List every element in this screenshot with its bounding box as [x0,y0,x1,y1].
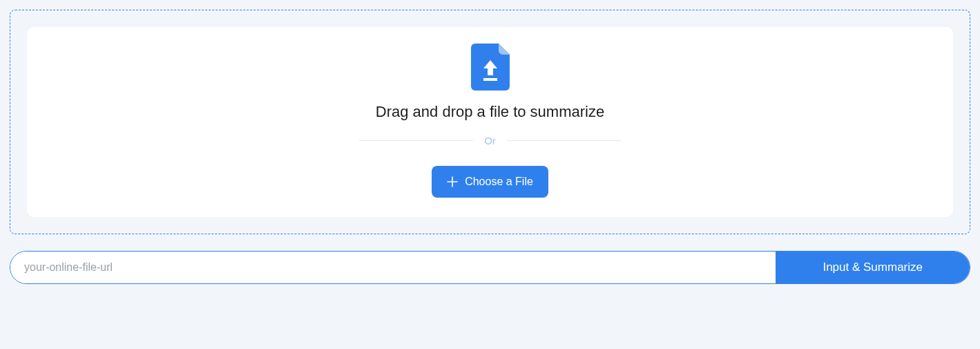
svg-rect-0 [483,78,497,81]
divider-line-left [359,140,474,141]
file-dropzone[interactable]: Drag and drop a file to summarize Or Cho… [10,10,970,234]
url-input[interactable] [10,252,776,283]
url-input-row: Input & Summarize [10,251,970,284]
input-summarize-button[interactable]: Input & Summarize [776,252,970,283]
divider-or-text: Or [484,135,496,147]
divider: Or [359,135,622,147]
dropzone-content: Drag and drop a file to summarize Or Cho… [27,27,953,217]
choose-file-button[interactable]: Choose a File [432,166,548,198]
choose-file-label: Choose a File [465,176,533,188]
dropzone-title: Drag and drop a file to summarize [376,103,604,121]
plus-icon [447,176,458,187]
upload-file-icon [471,44,510,91]
divider-line-right [507,140,622,141]
